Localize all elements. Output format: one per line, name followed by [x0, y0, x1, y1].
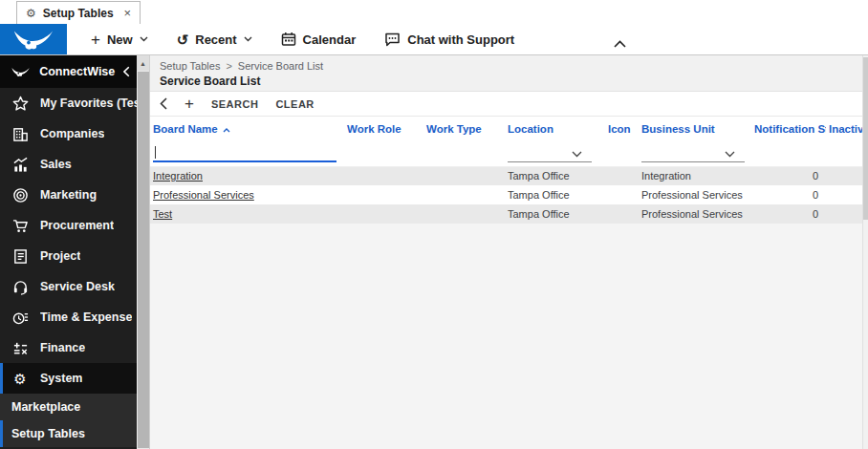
sidebar-subitem-label: Setup Tables	[11, 427, 85, 440]
scrollbar-thumb[interactable]	[138, 72, 149, 448]
inactive-cell	[826, 185, 862, 204]
sidebar-subitem-setup-tables[interactable]: Setup Tables	[0, 420, 137, 447]
inactive-cell	[826, 166, 862, 185]
table-row[interactable]: Test Tampa Office Professional Services …	[150, 204, 862, 224]
notification-steps-cell: 0	[751, 185, 826, 204]
tab-setup-tables[interactable]: ⚙ Setup Tables ×	[16, 1, 141, 24]
clock-list-icon	[11, 309, 29, 326]
board-name-link[interactable]: Test	[153, 208, 172, 220]
sidebar-item-system[interactable]: ⚙ System	[0, 363, 137, 394]
sidebar-item-label: Companies	[40, 127, 104, 140]
add-button[interactable]: +	[184, 96, 194, 112]
tab-strip: ⚙ Setup Tables ×	[0, 0, 868, 24]
column-header-location[interactable]: Location	[505, 117, 605, 140]
location-filter-dropdown[interactable]	[508, 143, 592, 162]
chevron-down-icon	[725, 151, 735, 158]
breadcrumb-service-board-list[interactable]: Service Board List	[238, 60, 323, 72]
board-name-link[interactable]: Integration	[153, 170, 203, 182]
target-icon	[11, 186, 29, 203]
plus-icon: +	[91, 32, 100, 48]
sidebar-item-label: Project	[40, 249, 80, 263]
scrollbar-thumb[interactable]	[863, 57, 868, 220]
chat-label: Chat with Support	[407, 32, 514, 47]
column-header-notification-steps[interactable]: Notification Steps	[751, 117, 826, 140]
sidebar-subitem-marketplace[interactable]: Marketplace	[0, 394, 137, 420]
sidebar-item-sales[interactable]: Sales	[0, 149, 137, 180]
breadcrumb-setup-tables[interactable]: Setup Tables	[160, 60, 220, 72]
search-button[interactable]: SEARCH	[211, 98, 258, 110]
text-cursor	[155, 146, 156, 159]
column-label: Inactive	[829, 123, 862, 135]
sidebar-item-procurement[interactable]: Procurement	[0, 210, 137, 241]
column-header-business-unit[interactable]: Business Unit	[639, 117, 751, 140]
project-document-icon	[11, 247, 29, 265]
column-header-work-role[interactable]: Work Role	[344, 117, 423, 140]
chevron-down-icon	[140, 36, 148, 42]
owl-icon	[11, 65, 31, 78]
sidebar-item-service-desk[interactable]: Service Desk	[0, 271, 137, 302]
new-menu-button[interactable]: + New	[76, 24, 163, 54]
collapse-toolbar-chevron-up-icon[interactable]	[614, 40, 626, 49]
sidebar-brand-label: ConnectWise	[39, 65, 115, 78]
table-row[interactable]: Professional Services Tampa Office Profe…	[150, 185, 862, 204]
sidebar-item-my-favorites[interactable]: My Favorites (Testing	[0, 88, 137, 118]
shopping-cart-icon	[11, 217, 29, 234]
table-row[interactable]: Integration Tampa Office Integration 0	[150, 166, 862, 185]
sidebar-item-label: Procurement	[40, 219, 114, 232]
business-unit-cell: Professional Services	[639, 204, 751, 224]
icon-cell	[605, 185, 639, 204]
column-header-inactive[interactable]: Inactive	[826, 117, 862, 140]
column-label: Business Unit	[641, 123, 715, 135]
buildings-icon	[11, 125, 29, 142]
sidebar-item-label: Marketing	[40, 188, 97, 202]
headset-icon	[11, 278, 29, 295]
close-icon[interactable]: ×	[124, 6, 132, 20]
board-name-link[interactable]: Professional Services	[153, 189, 254, 201]
recent-menu-button[interactable]: ↺ Recent	[163, 24, 267, 54]
history-icon: ↺	[177, 32, 189, 47]
column-label: Board Name	[153, 123, 218, 135]
plus-minus-icon	[11, 339, 29, 356]
column-header-board-name[interactable]: Board Name	[150, 117, 344, 140]
sidebar-item-connectwise[interactable]: ConnectWise	[0, 55, 137, 88]
connectwise-logo[interactable]	[0, 24, 67, 54]
column-header-work-type[interactable]: Work Type	[423, 117, 505, 140]
breadcrumb-separator: >	[226, 60, 231, 72]
sidebar-item-label: System	[40, 372, 82, 385]
board-name-filter-input[interactable]	[153, 144, 336, 161]
work-type-cell	[423, 204, 505, 224]
calendar-button[interactable]: Calendar	[267, 24, 371, 54]
inactive-cell	[826, 204, 862, 224]
sidebar-item-marketing[interactable]: Marketing	[0, 180, 137, 210]
work-type-cell	[423, 185, 505, 204]
sidebar-item-label: Time & Expense	[40, 310, 132, 324]
chevron-left-icon	[160, 97, 167, 110]
sort-asc-icon	[223, 123, 230, 135]
page-header: Setup Tables > Service Board List Servic…	[150, 55, 862, 92]
icon-cell	[605, 166, 639, 185]
chat-support-button[interactable]: Chat with Support	[370, 24, 529, 54]
page-title: Service Board List	[160, 75, 862, 88]
content-scrollbar[interactable]	[862, 55, 868, 449]
business-unit-filter-dropdown[interactable]	[641, 143, 745, 162]
sidebar-item-companies[interactable]: Companies	[0, 118, 137, 149]
scroll-up-arrow-icon[interactable]: ▲	[137, 55, 149, 71]
column-header-icon[interactable]: Icon	[605, 117, 639, 140]
sales-chart-icon	[11, 156, 29, 173]
sidebar-item-time-expense[interactable]: Time & Expense	[0, 302, 137, 332]
calendar-label: Calendar	[303, 32, 357, 47]
business-unit-cell: Professional Services	[639, 185, 751, 204]
calendar-icon	[281, 32, 296, 47]
collapse-sidebar-chevron-left-icon[interactable]	[123, 66, 130, 77]
sidebar-item-project[interactable]: Project	[0, 241, 137, 271]
clear-button[interactable]: CLEAR	[275, 98, 314, 110]
sidebar-item-finance[interactable]: Finance	[0, 332, 137, 363]
back-button[interactable]	[160, 97, 167, 110]
service-board-table: Board Name Work Role Work Type Location …	[150, 117, 862, 224]
gear-icon: ⚙	[11, 370, 29, 387]
work-role-cell	[344, 204, 423, 224]
filter-row	[150, 140, 862, 166]
sidebar-scrollbar[interactable]: ▲	[137, 55, 150, 449]
new-label: New	[107, 32, 133, 47]
recent-label: Recent	[195, 32, 236, 47]
